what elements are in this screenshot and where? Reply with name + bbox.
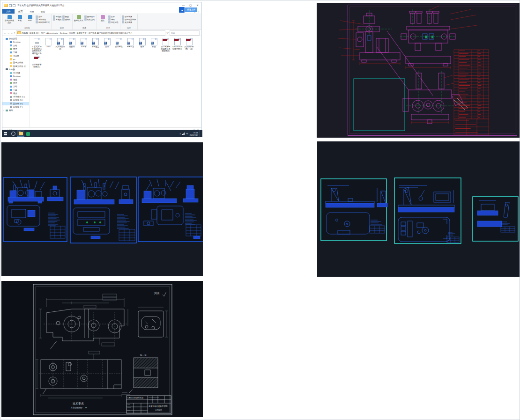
sidebar-item[interactable]: 本地磁盘 (C:) (2, 95, 29, 98)
file-icon-dwg (186, 38, 193, 45)
ribbon-small-button[interactable]: 打开 (108, 15, 119, 18)
ribbon-button[interactable]: 粘贴 (25, 15, 35, 22)
sidebar-item[interactable]: 大画面 (2, 54, 29, 57)
ribbon-small-button[interactable]: 轻松访问 (84, 18, 95, 21)
sidebar-item[interactable]: 新加卷 (F:) (2, 105, 29, 109)
breadcrumb-item[interactable]: 大画面 (69, 32, 75, 34)
title-block-part-name: CA6140机床后托架 (127, 397, 143, 399)
file-item[interactable]: W作业 (149, 38, 159, 48)
file-icon-doc: W (92, 38, 99, 45)
ribbon-small-icon (108, 18, 111, 21)
ribbon-small-button[interactable]: 全部选择 (122, 15, 136, 18)
ribbon-small-button[interactable]: 复制路径 (36, 18, 50, 21)
breadcrumb[interactable]: 此电脑›新加卷 (E:)›用户›Administrator›Desktop›大画… (16, 30, 165, 36)
file-item[interactable]: W夹具体设计(2) (55, 38, 66, 50)
taskbar-clock[interactable]: 15:46 2021/7/27 (190, 132, 198, 136)
sidebar-item[interactable]: ps (2, 58, 29, 61)
file-item[interactable]: 夹具体零件图(一)(2) (184, 38, 194, 50)
tab-view[interactable]: 查看 (37, 10, 49, 14)
sidebar-section-header[interactable]: ›网络 (2, 109, 29, 112)
file-explorer-screenshot: 工艺夹具·盘子铣刷6的夹具和铣双大端的设计平台 — ▢ ✕ 文件 主页 共享 查… (2, 2, 202, 137)
network-icon[interactable] (182, 133, 185, 134)
ribbon-small-button[interactable]: 编辑 (108, 18, 119, 21)
sidebar-item[interactable]: 下载 (2, 88, 29, 91)
sidebar-item[interactable]: 文档 (2, 85, 29, 88)
breadcrumb-item[interactable]: Administrator (46, 32, 58, 34)
ribbon-small-button[interactable]: 全部取消选择 (122, 18, 136, 21)
sidebar-section-header[interactable]: ⌄此电脑 (2, 68, 29, 71)
file-item[interactable]: W设计基础 (113, 38, 124, 48)
ribbon-small-button[interactable]: 新建项目 (84, 15, 95, 18)
search-button[interactable] (9, 130, 17, 137)
show-desktop-button[interactable] (200, 130, 201, 137)
breadcrumb-item[interactable]: Desktop (60, 32, 67, 34)
file-item[interactable]: W设计 (102, 38, 112, 48)
file-item[interactable]: W开题报告 (90, 38, 101, 48)
sidebar-item[interactable]: 新建文件夹 (2, 61, 29, 64)
tab-file[interactable]: 文件 (2, 9, 15, 14)
sidebar-section-header[interactable]: ⌄快速访问 (2, 37, 29, 40)
quick-access-toolbar[interactable] (2, 4, 15, 7)
qat-button-icon[interactable] (9, 4, 12, 7)
ribbon-button[interactable]: 属性 (98, 15, 107, 22)
file-item[interactable]: 1001 (43, 38, 54, 48)
qat-button-icon[interactable] (13, 4, 15, 7)
ribbon-button[interactable]: 复制 (15, 15, 24, 22)
file-item[interactable]: W任务书 (67, 38, 77, 48)
pic-icon (10, 48, 12, 50)
breadcrumb-item[interactable]: 用户 (41, 32, 45, 34)
ribbon-small-button[interactable]: 复制到 (53, 18, 61, 21)
ribbon-button[interactable]: 新建文件夹 (74, 15, 83, 22)
ribbon-small-button[interactable]: 历史记录 (108, 21, 119, 23)
start-button[interactable] (2, 130, 9, 137)
ribbon-small-button[interactable]: 重命名 (62, 18, 71, 21)
up-icon[interactable]: ↑ (14, 30, 15, 35)
tray-caret-icon[interactable]: ∧ (179, 133, 181, 135)
breadcrumb-item[interactable]: 工艺夹具·盘子铣刷6的夹具和铣双大端的设计平台 (88, 32, 132, 34)
search-input[interactable]: 搜索 (170, 30, 200, 36)
sidebar-item[interactable]: 文档 (2, 44, 29, 47)
ribbon-button[interactable]: 固定到快速访问 (5, 15, 14, 24)
ribbon-group: 固定到快速访问复制粘贴剪切复制路径粘贴快捷方式剪贴板 (3, 14, 52, 29)
cloud-upload-button[interactable]: ☁ 极速上传 (179, 7, 197, 13)
breadcrumb-item[interactable]: 新建文件夹 (76, 32, 86, 34)
file-item[interactable]: CA6140后托架零件图(1) (172, 38, 183, 50)
file-item[interactable]: 工艺夹具·盘子铣刷6的夹具和铣双大端的设计说明 (31, 38, 42, 55)
sidebar-item[interactable]: 新建文件夹 (2) (2, 64, 29, 67)
history-drop-icon[interactable]: ⌄ (11, 30, 13, 35)
file-item[interactable]: 夹具装配图纸图(三) (31, 56, 42, 68)
cad-assembly-screenshot (317, 3, 520, 138)
ribbon-small-button[interactable]: 剪切 (36, 15, 50, 18)
sidebar-item[interactable]: 下载 (2, 51, 29, 54)
ribbon-small-button[interactable]: 删除 (62, 15, 71, 18)
tab-share[interactable]: 共享 (26, 10, 37, 14)
file-explorer-window: 工艺夹具·盘子铣刷6的夹具和铣双大端的设计平台 — ▢ ✕ 文件 主页 共享 查… (2, 2, 201, 130)
file-item[interactable]: 加工铣床铣双端面夹具装配图(1) (160, 38, 171, 52)
sidebar-item[interactable]: 3D 对象 (2, 71, 29, 74)
sidebar-item[interactable]: 音乐 (2, 92, 29, 95)
file-item[interactable]: W摘要目录 (125, 38, 136, 48)
file-item[interactable]: W日历卡 (78, 38, 89, 48)
breadcrumb-item[interactable]: 新加卷 (E:) (30, 32, 39, 34)
back-icon[interactable]: ← (4, 30, 7, 35)
sidebar-item[interactable]: 视频 (2, 78, 29, 81)
sidebar-item[interactable]: 图片 (2, 47, 29, 51)
ribbon-small-button[interactable]: 粘贴快捷方式 (36, 21, 50, 23)
file-item[interactable]: W翻译 (137, 38, 148, 48)
taskbar-app-button[interactable] (24, 130, 32, 137)
file-name: 加工铣床铣双端面夹具装配图(1) (160, 46, 171, 52)
sidebar-item[interactable]: 图片 (2, 81, 29, 85)
ribbon-small-button[interactable]: 反向选择 (122, 21, 136, 23)
ribbon-small-button[interactable]: 移动到 (53, 15, 61, 18)
forward-icon[interactable]: → (7, 30, 10, 35)
tab-home[interactable]: 主页 (15, 9, 27, 14)
sidebar-item[interactable]: Desktop (2, 40, 29, 44)
ime-indicator[interactable]: 中 (186, 133, 188, 135)
disk-icon (10, 103, 12, 104)
refresh-icon[interactable]: ⟳ (166, 30, 169, 35)
breadcrumb-item[interactable]: 此电脑 (22, 32, 28, 34)
sidebar-item[interactable]: 新加卷 (E:) (2, 102, 29, 105)
sidebar-item[interactable]: Desktop (2, 74, 29, 78)
sidebar-item[interactable]: 新加卷 (D:) (2, 98, 29, 102)
taskbar-explorer-button[interactable] (17, 130, 24, 137)
